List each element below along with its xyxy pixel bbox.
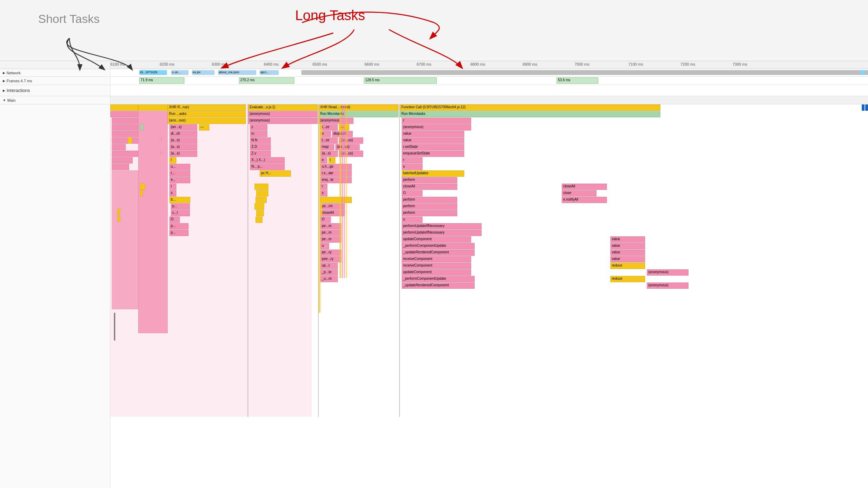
s4-r5[interactable]: value <box>402 137 464 144</box>
flame-chart-main[interactable]: i i XHR R...rue) Run ...asks (ano...ous)… <box>0 104 868 488</box>
s4-r22[interactable]: _updateRenderedComponent <box>402 250 475 256</box>
s4-right-close[interactable]: close <box>562 190 596 196</box>
s1-r4[interactable]: — <box>199 124 209 131</box>
s3-r12[interactable]: r <box>320 184 327 190</box>
s3-r21[interactable]: u <box>320 243 329 249</box>
interactions-expand-icon[interactable]: ▶ <box>3 89 5 92</box>
s4-r3[interactable]: (anonymous) <box>402 124 471 131</box>
s4-r10[interactable]: batchedUpdates <box>402 170 464 177</box>
s4-r17[interactable]: u <box>402 217 423 223</box>
s3-r5[interactable]: t...ze <box>320 137 338 144</box>
section3-header[interactable]: XHR Read...iltered) <box>319 104 399 111</box>
s1-r10[interactable]: u... <box>169 164 190 170</box>
s3-r6b[interactable]: (an...us) <box>335 144 360 150</box>
s3-r6[interactable]: map <box>320 144 334 150</box>
s3-r23[interactable]: pee...ry <box>320 256 341 262</box>
s1-r18[interactable]: O <box>169 217 180 223</box>
s1-r3[interactable]: (an...s) <box>169 124 197 131</box>
section4-header[interactable]: Function Call (0.5f7c99157096ec64.js:12) <box>400 104 660 111</box>
s2-r7[interactable]: Z.v <box>250 151 271 157</box>
s1-r5[interactable]: di...ch <box>169 131 197 137</box>
s4-r26[interactable]: _performComponentUpdate <box>402 276 475 282</box>
s4-r4[interactable]: value <box>402 131 464 137</box>
s4-r7[interactable]: enqueueSetState <box>402 151 464 157</box>
s3-r17[interactable]: O <box>320 217 331 223</box>
s1-r19[interactable]: p... <box>169 223 189 229</box>
s2-r6[interactable]: Z.D <box>250 144 271 150</box>
s3-r24[interactable]: up...t <box>320 263 338 269</box>
s4-r23[interactable]: receiveComponent <box>402 256 471 262</box>
s4-right-anon1[interactable]: (anonymous) <box>647 269 688 276</box>
s4-r27[interactable]: _updateRenderedComponent <box>402 283 475 289</box>
s1-r6[interactable]: (a...s) <box>169 137 197 144</box>
s4-right-reduce1[interactable]: reduce <box>610 263 645 269</box>
s2-r9[interactable]: N... p... <box>250 164 285 170</box>
s3-r1[interactable]: Run Microtasks <box>319 111 399 117</box>
s1-r15[interactable]: b... <box>169 197 190 203</box>
s4-right-value3[interactable]: value <box>610 250 645 256</box>
s3-r13[interactable]: s <box>320 190 327 196</box>
s4-right-enotifyall[interactable]: e.notifyAll <box>562 197 607 203</box>
s4-r19[interactable]: performUpdateIfNecessary <box>402 230 482 236</box>
s2-r4[interactable]: rc <box>250 131 267 137</box>
s3-r25[interactable]: _p...te <box>320 269 338 276</box>
s2-r3[interactable]: z <box>250 124 267 131</box>
s1-r1[interactable]: Run ...asks <box>168 111 246 117</box>
s3-r20[interactable]: pe...m <box>320 236 341 243</box>
s1-r8[interactable]: (a...s) <box>169 151 197 157</box>
s1-r7[interactable]: (a...s) <box>169 144 197 150</box>
s1-r17[interactable]: c...l <box>171 210 190 216</box>
s1-r12[interactable]: e... <box>169 177 190 183</box>
s2-r1[interactable]: (anonymous) <box>248 111 318 117</box>
s1-r11[interactable]: r... <box>169 170 190 177</box>
s4-r8[interactable]: r <box>402 157 423 163</box>
s4-right-closeall[interactable]: closeAll <box>562 184 607 190</box>
flame-content[interactable]: i i XHR R...rue) Run ...asks (ano...ous)… <box>110 104 868 488</box>
s4-r15[interactable]: perform <box>402 203 457 210</box>
s3-r15[interactable]: pe...rm <box>320 203 345 210</box>
s1-r2[interactable]: (ano...ous) <box>168 118 246 124</box>
s4-r13[interactable]: O <box>402 190 423 196</box>
s3-r16[interactable]: closeAll <box>320 210 345 216</box>
s4-right-anon2[interactable]: (anonymous) <box>647 283 688 289</box>
s2-r8[interactable]: X...) X...) <box>250 157 285 163</box>
main-collapse-icon[interactable]: ▼ <box>3 99 6 102</box>
s4-right-reduce2[interactable]: reduce <box>610 276 645 282</box>
s1-r9[interactable]: l <box>169 157 176 163</box>
s1-r13[interactable]: r <box>169 184 176 190</box>
s2-r5[interactable]: N.N <box>250 137 271 144</box>
s3-r18[interactable]: pe...m <box>320 223 341 229</box>
section2-header[interactable]: Evaluate...s.js:1) <box>248 104 318 111</box>
s3-r3[interactable]: t...ze <box>320 124 338 131</box>
s4-r21[interactable]: _performComponentUpdate <box>402 243 475 249</box>
s3-r19[interactable]: pe...m <box>320 230 341 236</box>
s4-right-value4[interactable]: value <box>610 256 645 262</box>
frames-expand-icon[interactable]: ▶ <box>3 79 5 83</box>
s2-r2[interactable]: (anonymous) <box>248 118 318 124</box>
s3-r26[interactable]: _u...nt <box>320 276 338 282</box>
s4-r20[interactable]: updateComponent <box>402 236 471 243</box>
section1-header[interactable]: XHR R...rue) <box>168 104 246 111</box>
s4-r9[interactable]: s <box>402 164 423 170</box>
s1-r16[interactable]: p... <box>171 203 190 210</box>
s3-r8b[interactable]: l <box>328 157 335 163</box>
s4-right-value2[interactable]: value <box>610 243 645 249</box>
s4-r6[interactable]: r.setState <box>402 144 464 150</box>
s4-r16[interactable]: perform <box>402 210 457 216</box>
s1-r14[interactable]: s <box>169 190 176 196</box>
s3-r22[interactable]: pe...ry <box>320 250 341 256</box>
s3-r7[interactable]: (a...s) <box>320 151 338 157</box>
s4-r24[interactable]: receiveComponent <box>402 263 471 269</box>
s4-r25[interactable]: updateComponent <box>402 269 471 276</box>
s4-r2[interactable]: r <box>402 118 471 124</box>
s4-r11[interactable]: perform <box>402 177 457 183</box>
s3-r8[interactable]: e <box>320 157 327 163</box>
s4-r18[interactable]: performUpdateIfNecessary <box>402 223 482 229</box>
s4-r14[interactable]: perform <box>402 197 457 203</box>
s1-r20[interactable]: p... <box>169 230 189 236</box>
s3-r2[interactable]: (anonymous) <box>319 118 353 124</box>
network-expand-icon[interactable]: ▶ <box>3 71 5 75</box>
s4-r1[interactable]: Run Microtasks <box>400 111 660 117</box>
s4-right-value1[interactable]: value <box>610 236 645 243</box>
s2-r10[interactable]: pc H... <box>260 170 291 177</box>
